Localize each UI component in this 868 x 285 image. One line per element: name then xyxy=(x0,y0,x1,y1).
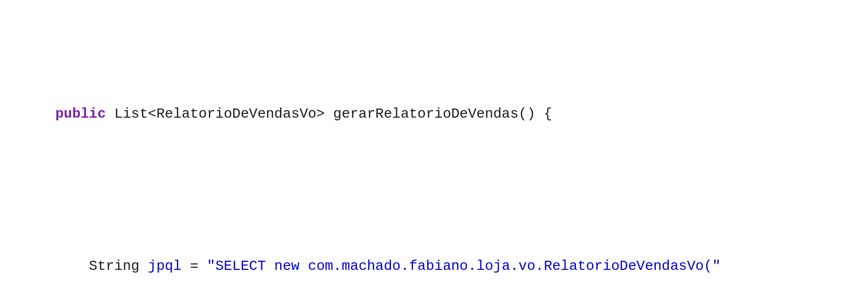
code-line-2: String jpql = "SELECT new com.machado.fa… xyxy=(22,234,846,285)
keyword-public: public xyxy=(55,106,114,122)
code-line-1: public List<RelatorioDeVendasVo> gerarRe… xyxy=(22,82,846,147)
string-value: "SELECT new com.machado.fabiano.loja.vo.… xyxy=(207,258,721,274)
code-container: public List<RelatorioDeVendasVo> gerarRe… xyxy=(22,16,846,285)
code-text: List<RelatorioDeVendasVo> gerarRelatorio… xyxy=(114,106,552,122)
code-text: String xyxy=(55,258,148,274)
code-text: = xyxy=(181,258,207,274)
var-jpql: jpql xyxy=(148,258,181,274)
